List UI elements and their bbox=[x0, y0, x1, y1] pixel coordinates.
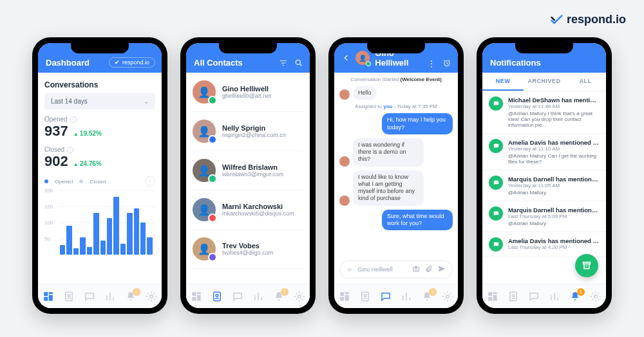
nav-notifications-icon[interactable]: 1 bbox=[569, 291, 581, 302]
nav-messages-icon[interactable] bbox=[380, 291, 392, 302]
svg-rect-11 bbox=[192, 296, 196, 300]
nav-messages-icon[interactable] bbox=[84, 291, 95, 302]
attachment-icon[interactable] bbox=[425, 265, 433, 274]
svg-rect-27 bbox=[493, 292, 497, 294]
nav-contacts-icon[interactable] bbox=[359, 291, 371, 302]
contact-name: Nelly Sprigin bbox=[222, 124, 286, 132]
svg-point-31 bbox=[512, 294, 515, 296]
info-icon[interactable]: i bbox=[70, 116, 77, 123]
svg-rect-16 bbox=[413, 268, 419, 272]
date-range-select[interactable]: Last 14 days ⌄ bbox=[44, 93, 155, 109]
archive-fab[interactable] bbox=[575, 254, 598, 277]
tab-new[interactable]: NEW bbox=[482, 73, 524, 91]
contact-row[interactable]: 👤 Nelly Sprigin nsprigin2@china.com.cn bbox=[193, 112, 303, 151]
nav-settings-icon[interactable] bbox=[146, 291, 157, 302]
mention-icon bbox=[489, 96, 503, 111]
kpi-opened-value: 937 bbox=[44, 123, 68, 140]
chevron-down-icon: ⌄ bbox=[144, 98, 149, 105]
svg-point-13 bbox=[216, 294, 218, 296]
svg-rect-8 bbox=[192, 292, 196, 296]
nav-notifications-icon[interactable]: 1 bbox=[125, 291, 137, 302]
nav-dashboard-icon[interactable] bbox=[339, 291, 350, 302]
notification-title: Amelia Davis has mentioned you... bbox=[508, 237, 600, 244]
notification-title: Marquis Darnell has mentioned you i.. bbox=[508, 206, 600, 214]
tab-all[interactable]: ALL bbox=[565, 73, 606, 91]
nav-dashboard-icon[interactable] bbox=[487, 291, 498, 302]
msg-incoming[interactable]: Hello bbox=[353, 86, 377, 100]
notification-time: Yesterday at 11:10 AM bbox=[508, 146, 600, 152]
svg-rect-25 bbox=[583, 262, 591, 264]
notification-item[interactable]: Amelia Davis has mentioned you... Yester… bbox=[482, 134, 606, 170]
nav-settings-icon[interactable] bbox=[442, 291, 453, 302]
contact-row[interactable]: 👤 Marni Karchowski mkarchowski5@disqus.c… bbox=[193, 190, 303, 230]
nav-settings-icon[interactable] bbox=[294, 291, 305, 302]
svg-rect-26 bbox=[488, 292, 492, 296]
kpi-opened-delta: 19.52% bbox=[73, 130, 102, 137]
notification-item[interactable]: Marquis Darnell has mentioned you i.. La… bbox=[482, 201, 606, 232]
svg-rect-1 bbox=[49, 292, 53, 294]
msg-incoming[interactable]: I would like to know what I am getting m… bbox=[353, 170, 424, 206]
nav-contacts-icon[interactable] bbox=[507, 291, 519, 302]
svg-rect-2 bbox=[49, 295, 53, 300]
message-input[interactable]: ☺ Gino Helliwell bbox=[339, 260, 453, 278]
phone-dashboard: Dashboard respond.io Conversations Last … bbox=[32, 37, 167, 314]
nav-reports-icon[interactable] bbox=[549, 291, 560, 302]
notification-item[interactable]: Michael DeShawn has mentioned you i.. Ye… bbox=[482, 91, 606, 134]
contact-row[interactable]: 👤 Wilfred Brislawn wbrislawn3@imgur.com bbox=[193, 151, 303, 190]
phone-chat: 👤 Gino Helliwell ⋮ Conversation Started … bbox=[328, 37, 464, 314]
search-icon[interactable] bbox=[294, 59, 303, 68]
notification-item[interactable]: Marquis Darnell has mentioned you... Yes… bbox=[482, 170, 606, 201]
nav-contacts-icon[interactable] bbox=[211, 291, 223, 302]
phone-notifications: Notifications NEW ARCHIVED ALL Michael D… bbox=[477, 37, 612, 314]
svg-rect-10 bbox=[197, 295, 201, 300]
brand-chip[interactable]: respond.io bbox=[109, 57, 155, 68]
msg-outgoing[interactable]: Hi, how may I help you today? bbox=[382, 113, 453, 134]
filter-icon[interactable] bbox=[279, 59, 288, 68]
back-icon[interactable] bbox=[342, 53, 350, 62]
nav-dashboard-icon[interactable] bbox=[191, 291, 202, 302]
svg-rect-19 bbox=[345, 292, 349, 294]
nav-messages-icon[interactable] bbox=[232, 291, 243, 302]
snooze-icon[interactable] bbox=[442, 59, 451, 68]
more-icon[interactable]: ⋮ bbox=[145, 176, 155, 187]
nav-settings-icon[interactable] bbox=[590, 291, 601, 302]
nav-contacts-icon[interactable] bbox=[63, 291, 75, 302]
svg-rect-9 bbox=[197, 292, 201, 294]
emoji-icon[interactable]: ☺ bbox=[346, 266, 352, 273]
nav-dashboard-icon[interactable] bbox=[43, 291, 54, 302]
notification-time: Yesterday at 11:05 AM bbox=[508, 183, 600, 188]
nav-reports-icon[interactable] bbox=[104, 291, 116, 302]
chart-legend: Opened Closed ⋮ bbox=[44, 176, 155, 187]
tab-archived[interactable]: ARCHIVED bbox=[524, 73, 565, 91]
send-icon[interactable] bbox=[438, 265, 446, 274]
chat-avatar[interactable]: 👤 bbox=[355, 51, 370, 65]
msg-incoming[interactable]: I was wondering if there is a demo on th… bbox=[353, 138, 424, 167]
svg-rect-21 bbox=[340, 296, 344, 300]
more-icon[interactable]: ⋮ bbox=[427, 59, 436, 68]
notification-tabs: NEW ARCHIVED ALL bbox=[482, 73, 606, 91]
notification-body: @Adrian Mallory bbox=[508, 190, 600, 196]
svg-rect-29 bbox=[488, 296, 492, 300]
conversation-started: Conversation Started (Welcome Event) bbox=[339, 77, 453, 82]
contact-name: Gino Helliwell bbox=[222, 85, 271, 93]
contact-row[interactable]: 👤 Gino Helliwell ghelliwell0@a8.net bbox=[193, 73, 303, 112]
page-title: All Contacts bbox=[194, 58, 243, 68]
svg-rect-20 bbox=[345, 295, 349, 300]
notification-badge: 1 bbox=[429, 288, 437, 296]
section-conversations: Conversations bbox=[44, 80, 155, 89]
camera-icon[interactable] bbox=[412, 265, 420, 274]
svg-point-5 bbox=[68, 294, 70, 296]
contact-email: mkarchowski5@disqus.com bbox=[222, 210, 294, 217]
contact-row[interactable]: 👤 Trev Vobes tvobes4@diigo.com bbox=[193, 230, 303, 269]
nav-reports-icon[interactable] bbox=[401, 291, 412, 302]
nav-reports-icon[interactable] bbox=[252, 291, 264, 302]
info-icon[interactable]: i bbox=[67, 147, 73, 153]
nav-notifications-icon[interactable]: 1 bbox=[421, 291, 433, 302]
page-title: Dashboard bbox=[46, 58, 90, 68]
svg-point-6 bbox=[150, 295, 153, 298]
svg-rect-28 bbox=[493, 295, 497, 300]
msg-outgoing[interactable]: Sure, what time would work for you? bbox=[382, 210, 453, 231]
nav-notifications-icon[interactable]: 1 bbox=[273, 291, 285, 302]
nav-messages-icon[interactable] bbox=[528, 291, 540, 302]
svg-rect-3 bbox=[44, 296, 48, 300]
